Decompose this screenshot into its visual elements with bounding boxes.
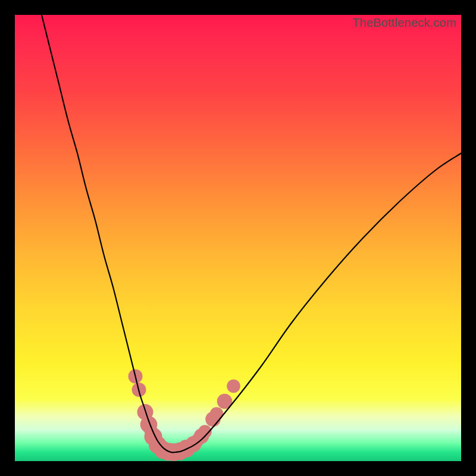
bottleneck-chart xyxy=(15,15,461,461)
bead xyxy=(210,407,224,421)
watermark-text: TheBottleneck.com xyxy=(352,16,456,30)
bottleneck-curve-path xyxy=(42,15,461,452)
gradient-plot-area: TheBottleneck.com xyxy=(15,15,461,461)
bead xyxy=(227,380,240,393)
